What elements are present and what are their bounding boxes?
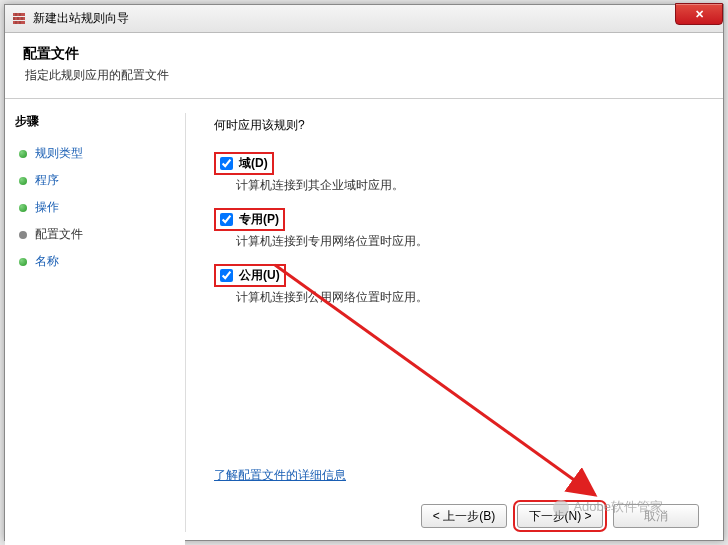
highlight-box: 公用(U): [214, 264, 286, 287]
option-desc: 计算机连接到其企业域时应用。: [236, 177, 695, 194]
bullet-icon: [19, 150, 27, 158]
highlight-box: 域(D): [214, 152, 274, 175]
wizard-header: 配置文件 指定此规则应用的配置文件: [5, 33, 723, 99]
watermark-icon: [553, 500, 569, 516]
watermark: Adobe软件管家: [553, 498, 663, 516]
wizard-window: 新建出站规则向导 ✕ 配置文件 指定此规则应用的配置文件 步骤 规则类型 程序 …: [4, 4, 724, 541]
checkbox-domain[interactable]: [220, 157, 233, 170]
wizard-body: 步骤 规则类型 程序 操作 配置文件 名称: [5, 99, 723, 545]
steps-heading: 步骤: [15, 113, 175, 130]
option-public: 公用(U) 计算机连接到公用网络位置时应用。: [214, 264, 695, 306]
step-rule-type[interactable]: 规则类型: [15, 140, 175, 167]
step-label: 规则类型: [35, 145, 83, 162]
close-icon: ✕: [695, 8, 704, 21]
titlebar: 新建出站规则向导 ✕: [5, 5, 723, 33]
close-button[interactable]: ✕: [675, 3, 723, 25]
content-pane: 何时应用该规则? 域(D) 计算机连接到其企业域时应用。 专用(P): [186, 99, 723, 545]
watermark-text: Adobe软件管家: [573, 499, 663, 514]
step-name[interactable]: 名称: [15, 248, 175, 275]
bullet-icon: [19, 204, 27, 212]
learn-more-link[interactable]: 了解配置文件的详细信息: [214, 467, 695, 484]
prompt-text: 何时应用该规则?: [214, 117, 695, 134]
back-button[interactable]: < 上一步(B): [421, 504, 507, 528]
step-action[interactable]: 操作: [15, 194, 175, 221]
step-label: 程序: [35, 172, 59, 189]
highlight-box: 专用(P): [214, 208, 285, 231]
option-label: 公用(U): [239, 267, 280, 284]
page-title: 配置文件: [23, 45, 705, 63]
window-title: 新建出站规则向导: [33, 10, 129, 27]
step-profile[interactable]: 配置文件: [15, 221, 175, 248]
checkbox-public[interactable]: [220, 269, 233, 282]
option-desc: 计算机连接到公用网络位置时应用。: [236, 289, 695, 306]
firewall-icon: [11, 11, 27, 27]
bullet-icon: [19, 177, 27, 185]
checkbox-private[interactable]: [220, 213, 233, 226]
option-label: 域(D): [239, 155, 268, 172]
option-private: 专用(P) 计算机连接到专用网络位置时应用。: [214, 208, 695, 250]
page-subtitle: 指定此规则应用的配置文件: [23, 67, 705, 84]
step-label: 操作: [35, 199, 59, 216]
bullet-icon: [19, 231, 27, 239]
steps-sidebar: 步骤 规则类型 程序 操作 配置文件 名称: [5, 99, 185, 545]
step-label: 配置文件: [35, 226, 83, 243]
option-domain: 域(D) 计算机连接到其企业域时应用。: [214, 152, 695, 194]
button-label: < 上一步(B): [433, 508, 495, 525]
option-label: 专用(P): [239, 211, 279, 228]
bullet-icon: [19, 258, 27, 266]
step-program[interactable]: 程序: [15, 167, 175, 194]
option-desc: 计算机连接到专用网络位置时应用。: [236, 233, 695, 250]
step-label: 名称: [35, 253, 59, 270]
